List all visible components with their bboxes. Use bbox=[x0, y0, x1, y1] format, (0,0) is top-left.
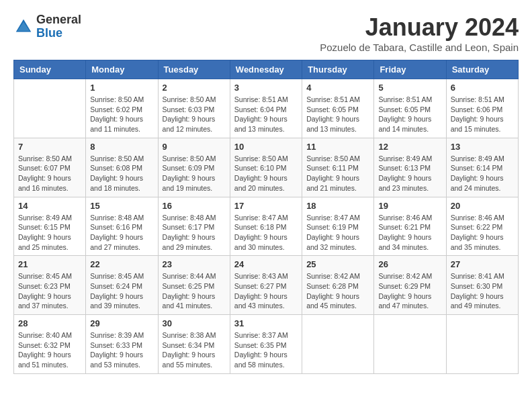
calendar-cell: 23Sunrise: 8:44 AM Sunset: 6:25 PM Dayli… bbox=[158, 256, 230, 315]
calendar-cell: 20Sunrise: 8:46 AM Sunset: 6:22 PM Dayli… bbox=[446, 197, 518, 256]
calendar-cell: 14Sunrise: 8:49 AM Sunset: 6:15 PM Dayli… bbox=[14, 197, 86, 256]
day-info: Sunrise: 8:50 AM Sunset: 6:09 PM Dayligh… bbox=[163, 154, 226, 193]
calendar-cell: 11Sunrise: 8:50 AM Sunset: 6:11 PM Dayli… bbox=[302, 138, 374, 197]
day-info: Sunrise: 8:50 AM Sunset: 6:02 PM Dayligh… bbox=[90, 95, 153, 134]
calendar-cell: 9Sunrise: 8:50 AM Sunset: 6:09 PM Daylig… bbox=[158, 138, 230, 197]
day-info: Sunrise: 8:50 AM Sunset: 6:08 PM Dayligh… bbox=[90, 154, 153, 193]
calendar-cell: 16Sunrise: 8:48 AM Sunset: 6:17 PM Dayli… bbox=[158, 197, 230, 256]
day-number: 20 bbox=[451, 201, 514, 211]
day-number: 8 bbox=[90, 142, 153, 152]
day-number: 13 bbox=[451, 142, 514, 152]
day-number: 28 bbox=[18, 318, 81, 328]
calendar-cell bbox=[446, 315, 518, 374]
calendar-cell bbox=[302, 315, 374, 374]
day-info: Sunrise: 8:40 AM Sunset: 6:32 PM Dayligh… bbox=[18, 330, 81, 370]
calendar-cell: 4Sunrise: 8:51 AM Sunset: 6:05 PM Daylig… bbox=[302, 79, 374, 138]
calendar-cell: 1Sunrise: 8:50 AM Sunset: 6:02 PM Daylig… bbox=[86, 79, 158, 138]
calendar-cell: 21Sunrise: 8:45 AM Sunset: 6:23 PM Dayli… bbox=[14, 256, 86, 315]
day-info: Sunrise: 8:39 AM Sunset: 6:33 PM Dayligh… bbox=[90, 330, 153, 370]
calendar-cell: 24Sunrise: 8:43 AM Sunset: 6:27 PM Dayli… bbox=[230, 256, 302, 315]
day-info: Sunrise: 8:50 AM Sunset: 6:03 PM Dayligh… bbox=[163, 95, 226, 134]
page-header: General Blue January 2024 Pozuelo de Tab… bbox=[13, 13, 519, 53]
day-number: 2 bbox=[163, 83, 226, 93]
day-info: Sunrise: 8:50 AM Sunset: 6:11 PM Dayligh… bbox=[306, 154, 369, 193]
calendar-cell: 26Sunrise: 8:42 AM Sunset: 6:29 PM Dayli… bbox=[374, 256, 446, 315]
day-info: Sunrise: 8:38 AM Sunset: 6:34 PM Dayligh… bbox=[163, 330, 226, 370]
calendar-week-1: 1Sunrise: 8:50 AM Sunset: 6:02 PM Daylig… bbox=[14, 79, 519, 138]
day-info: Sunrise: 8:45 AM Sunset: 6:23 PM Dayligh… bbox=[18, 271, 81, 311]
day-number: 18 bbox=[306, 201, 369, 211]
calendar-week-2: 7Sunrise: 8:50 AM Sunset: 6:07 PM Daylig… bbox=[14, 138, 519, 197]
day-info: Sunrise: 8:49 AM Sunset: 6:15 PM Dayligh… bbox=[18, 213, 81, 253]
header-friday: Friday bbox=[374, 60, 446, 79]
location-subtitle: Pozuelo de Tabara, Castille and Leon, Sp… bbox=[320, 42, 519, 53]
day-info: Sunrise: 8:51 AM Sunset: 6:05 PM Dayligh… bbox=[306, 95, 369, 134]
day-number: 22 bbox=[90, 259, 153, 269]
day-info: Sunrise: 8:41 AM Sunset: 6:30 PM Dayligh… bbox=[451, 271, 514, 311]
title-section: January 2024 Pozuelo de Tabara, Castille… bbox=[320, 13, 519, 53]
logo: General Blue bbox=[13, 13, 81, 40]
header-monday: Monday bbox=[86, 60, 158, 79]
day-number: 5 bbox=[378, 83, 441, 93]
logo-blue-text: Blue bbox=[36, 27, 81, 40]
day-number: 15 bbox=[90, 201, 153, 211]
header-saturday: Saturday bbox=[446, 60, 518, 79]
calendar-week-5: 28Sunrise: 8:40 AM Sunset: 6:32 PM Dayli… bbox=[14, 315, 519, 374]
day-number: 7 bbox=[18, 142, 81, 152]
calendar-header-row: SundayMondayTuesdayWednesdayThursdayFrid… bbox=[14, 60, 519, 79]
month-title: January 2024 bbox=[320, 13, 519, 42]
day-info: Sunrise: 8:44 AM Sunset: 6:25 PM Dayligh… bbox=[163, 271, 226, 311]
day-number: 17 bbox=[234, 201, 298, 211]
calendar-cell: 22Sunrise: 8:45 AM Sunset: 6:24 PM Dayli… bbox=[86, 256, 158, 315]
day-info: Sunrise: 8:37 AM Sunset: 6:35 PM Dayligh… bbox=[234, 330, 298, 370]
calendar-cell: 15Sunrise: 8:48 AM Sunset: 6:16 PM Dayli… bbox=[86, 197, 158, 256]
day-number: 10 bbox=[234, 142, 298, 152]
day-number: 9 bbox=[163, 142, 226, 152]
calendar-cell: 28Sunrise: 8:40 AM Sunset: 6:32 PM Dayli… bbox=[14, 315, 86, 374]
day-info: Sunrise: 8:47 AM Sunset: 6:18 PM Dayligh… bbox=[234, 213, 298, 253]
calendar-cell: 6Sunrise: 8:51 AM Sunset: 6:06 PM Daylig… bbox=[446, 79, 518, 138]
calendar-cell: 19Sunrise: 8:46 AM Sunset: 6:21 PM Dayli… bbox=[374, 197, 446, 256]
calendar-cell: 31Sunrise: 8:37 AM Sunset: 6:35 PM Dayli… bbox=[230, 315, 302, 374]
calendar-cell: 25Sunrise: 8:42 AM Sunset: 6:28 PM Dayli… bbox=[302, 256, 374, 315]
day-info: Sunrise: 8:42 AM Sunset: 6:28 PM Dayligh… bbox=[306, 271, 369, 311]
day-number: 26 bbox=[378, 259, 441, 269]
day-number: 4 bbox=[306, 83, 369, 93]
calendar-cell: 17Sunrise: 8:47 AM Sunset: 6:18 PM Dayli… bbox=[230, 197, 302, 256]
day-info: Sunrise: 8:49 AM Sunset: 6:13 PM Dayligh… bbox=[378, 154, 441, 193]
logo-general-text: General bbox=[36, 13, 81, 27]
day-info: Sunrise: 8:50 AM Sunset: 6:07 PM Dayligh… bbox=[18, 154, 81, 193]
day-info: Sunrise: 8:45 AM Sunset: 6:24 PM Dayligh… bbox=[90, 271, 153, 311]
calendar-cell bbox=[14, 79, 86, 138]
day-number: 30 bbox=[163, 318, 226, 328]
day-info: Sunrise: 8:51 AM Sunset: 6:04 PM Dayligh… bbox=[234, 95, 298, 134]
calendar-cell bbox=[374, 315, 446, 374]
header-tuesday: Tuesday bbox=[158, 60, 230, 79]
day-number: 19 bbox=[378, 201, 441, 211]
calendar-cell: 27Sunrise: 8:41 AM Sunset: 6:30 PM Dayli… bbox=[446, 256, 518, 315]
calendar-week-4: 21Sunrise: 8:45 AM Sunset: 6:23 PM Dayli… bbox=[14, 256, 519, 315]
day-number: 1 bbox=[90, 83, 153, 93]
calendar-cell: 18Sunrise: 8:47 AM Sunset: 6:19 PM Dayli… bbox=[302, 197, 374, 256]
calendar-cell: 8Sunrise: 8:50 AM Sunset: 6:08 PM Daylig… bbox=[86, 138, 158, 197]
day-number: 11 bbox=[306, 142, 369, 152]
day-info: Sunrise: 8:51 AM Sunset: 6:06 PM Dayligh… bbox=[451, 95, 514, 134]
calendar-cell: 13Sunrise: 8:49 AM Sunset: 6:14 PM Dayli… bbox=[446, 138, 518, 197]
day-number: 12 bbox=[378, 142, 441, 152]
calendar-cell: 30Sunrise: 8:38 AM Sunset: 6:34 PM Dayli… bbox=[158, 315, 230, 374]
header-thursday: Thursday bbox=[302, 60, 374, 79]
calendar-cell: 29Sunrise: 8:39 AM Sunset: 6:33 PM Dayli… bbox=[86, 315, 158, 374]
calendar-cell: 2Sunrise: 8:50 AM Sunset: 6:03 PM Daylig… bbox=[158, 79, 230, 138]
day-number: 23 bbox=[163, 259, 226, 269]
day-info: Sunrise: 8:48 AM Sunset: 6:16 PM Dayligh… bbox=[90, 213, 153, 253]
day-info: Sunrise: 8:42 AM Sunset: 6:29 PM Dayligh… bbox=[378, 271, 441, 311]
calendar-table: SundayMondayTuesdayWednesdayThursdayFrid… bbox=[13, 60, 519, 374]
day-number: 29 bbox=[90, 318, 153, 328]
day-number: 31 bbox=[234, 318, 298, 328]
day-number: 16 bbox=[163, 201, 226, 211]
calendar-week-3: 14Sunrise: 8:49 AM Sunset: 6:15 PM Dayli… bbox=[14, 197, 519, 256]
header-wednesday: Wednesday bbox=[230, 60, 302, 79]
header-sunday: Sunday bbox=[14, 60, 86, 79]
day-number: 25 bbox=[306, 259, 369, 269]
day-info: Sunrise: 8:43 AM Sunset: 6:27 PM Dayligh… bbox=[234, 271, 298, 311]
